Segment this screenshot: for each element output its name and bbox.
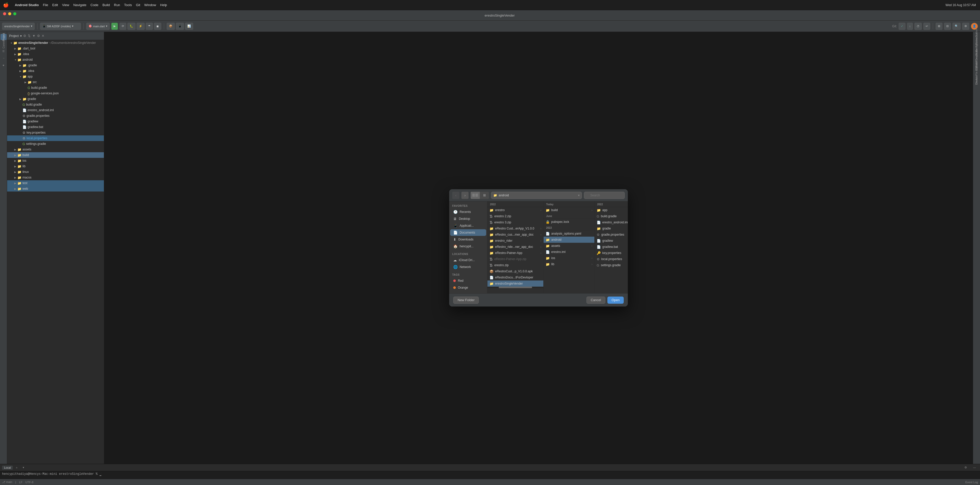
tree-src[interactable]: ▶ 📁 src xyxy=(7,79,104,85)
browser-erestro-docu[interactable]: 📄 eRestroDocu...tForDevloper xyxy=(487,274,543,281)
tree-key-props[interactable]: ▶ ⚙ key.properties xyxy=(7,130,104,135)
browser-settings-gradle-col3[interactable]: G settings.gradle xyxy=(595,262,628,268)
tree-gradle-folder[interactable]: ▶ 📁 gradle xyxy=(7,96,104,102)
commit-icon[interactable]: Commit xyxy=(0,41,6,47)
tree-root[interactable]: ▾ 📁 erestroSingleVender ~/Documents/eres… xyxy=(7,40,104,46)
project-dropdown-icon[interactable]: ▾ xyxy=(20,34,22,38)
browser-pubspec[interactable]: 🔒 pubspec.lock xyxy=(544,219,594,225)
tree-local-props[interactable]: ▶ ⚙ local.properties xyxy=(7,135,104,141)
close-button[interactable] xyxy=(3,12,6,15)
forward-button[interactable]: › xyxy=(461,192,469,199)
pull-requests-icon[interactable]: ↑ xyxy=(0,55,6,62)
resource-manager-icon[interactable]: ☰ xyxy=(0,48,6,54)
close-icon[interactable]: ✕ xyxy=(41,34,45,38)
tree-android-iml[interactable]: ▶ 📄 erestro_android.iml xyxy=(7,107,104,113)
cancel-button[interactable]: Cancel xyxy=(587,296,605,304)
terminal-dropdown[interactable]: ▾ xyxy=(21,465,26,470)
statusbar-utf8[interactable]: UTF-8 xyxy=(25,481,33,484)
browser-erestro-apk[interactable]: 📦 eRestroCust...p_V1.0.0.apk xyxy=(487,268,543,274)
maximize-button[interactable] xyxy=(13,12,16,15)
profiler-button[interactable]: 📊 xyxy=(185,23,193,30)
tree-build[interactable]: ▶ 📁 build xyxy=(7,152,104,158)
sort-icon[interactable]: ⇅ xyxy=(28,34,30,38)
open-button[interactable]: Open xyxy=(608,296,624,304)
browser-android-col2[interactable]: 📁 android › xyxy=(544,237,594,243)
search-everywhere-button[interactable]: 🔍 xyxy=(953,23,961,30)
run-button[interactable]: ▶ xyxy=(111,23,118,30)
sidebar-tag-orange[interactable]: Orange xyxy=(450,284,486,291)
col1-scrollbar[interactable] xyxy=(487,287,543,288)
tree-settings-gradle[interactable]: ▶ G settings.gradle xyxy=(7,141,104,147)
menu-git[interactable]: Git xyxy=(136,3,140,7)
statusbar-lf[interactable]: LF xyxy=(19,481,22,484)
tree-gradlew[interactable]: ▶ 📄 gradlew xyxy=(7,119,104,124)
menu-build[interactable]: Build xyxy=(103,3,110,7)
menu-navigate[interactable]: Navigate xyxy=(73,3,86,7)
tree-idea[interactable]: ▶ 📁 .idea xyxy=(7,51,104,57)
browser-lib-col2[interactable]: 📁 lib › xyxy=(544,261,594,267)
tree-test[interactable]: ▶ 📁 test xyxy=(7,180,104,186)
browser-key-props-col3[interactable]: 🔑 key.properties xyxy=(595,250,628,256)
tree-app[interactable]: ▾ 📁 app xyxy=(7,74,104,79)
browser-ios-col2[interactable]: 📁 ios › xyxy=(544,255,594,261)
browser-erestro-cust[interactable]: 📁 eRestro Cust...erApp_V1.0.0 › xyxy=(487,225,543,231)
menu-android-studio[interactable]: Android Studio xyxy=(15,3,39,7)
menu-tools[interactable]: Tools xyxy=(124,3,132,7)
favorites-left-icon[interactable]: ★ xyxy=(0,62,6,68)
tree-build-gradle-app[interactable]: ▶ G build.gradle xyxy=(7,85,104,90)
run-config-selector[interactable]: 🎯 main.dart ▾ xyxy=(86,23,110,30)
browser-build[interactable]: 📁 build › xyxy=(544,207,594,213)
settings-icon[interactable]: ⚙ xyxy=(37,34,40,38)
browser-local-props-col3[interactable]: ⚙ local.properties xyxy=(595,256,628,262)
browser-app-col3[interactable]: 📁 app xyxy=(595,207,628,213)
sidebar-network[interactable]: 🌐 Network xyxy=(450,264,486,270)
terminal-add-tab[interactable]: + xyxy=(14,466,19,470)
terminal-settings[interactable]: ⚙ xyxy=(963,465,969,470)
menu-view[interactable]: View xyxy=(62,3,69,7)
sdk-manager-button[interactable]: 📦 xyxy=(167,23,175,30)
tree-gradlew-bat[interactable]: ▶ 📄 gradlew.bat xyxy=(7,124,104,130)
filter-icon[interactable]: ▼ xyxy=(32,34,35,38)
sync-button[interactable]: ⟳ xyxy=(119,23,126,30)
emulator-icon[interactable]: Emulator xyxy=(974,77,980,83)
browser-gradlew-col3[interactable]: 📄 gradlew xyxy=(595,238,628,244)
tree-google-services[interactable]: ▶ {} google-services.json xyxy=(7,90,104,96)
sidebar-downloads[interactable]: ⬇ Downloads xyxy=(450,236,486,243)
device-selector[interactable]: 📱 SM A205F (mobile) ▾ xyxy=(40,23,81,30)
stop-button[interactable]: ⏹ xyxy=(154,23,161,30)
browser-erestro-patner[interactable]: 📁 eRestro-Patner-App › xyxy=(487,250,543,256)
browser-erestro-single[interactable]: 📁 erestroSingleVender › xyxy=(487,281,543,287)
device-mirror-button[interactable]: ⊞ xyxy=(935,23,942,30)
tree-dart-tool[interactable]: ▶ 📁 .dart_tool xyxy=(7,46,104,51)
terminal-minimize[interactable]: — xyxy=(971,465,978,470)
search-input[interactable] xyxy=(584,192,625,199)
tree-build-gradle-root[interactable]: ▶ G build.gradle xyxy=(7,102,104,107)
column-view-button[interactable]: ☰☰ xyxy=(471,192,480,199)
tree-gradle-hidden[interactable]: ▶ 📁 .gradle xyxy=(7,62,104,68)
project-icon[interactable]: Project xyxy=(0,34,6,40)
debug-button[interactable]: 🐛 xyxy=(127,23,135,30)
sidebar-documents[interactable]: 📄 Documents xyxy=(450,229,486,236)
apple-menu[interactable]: 🍎 xyxy=(3,2,9,8)
menu-help[interactable]: Help xyxy=(160,3,167,7)
avd-manager-button[interactable]: 📱 xyxy=(176,23,184,30)
layout-inspector-button[interactable]: ⊟ xyxy=(944,23,951,30)
sidebar-home[interactable]: 🏠 hencypit... xyxy=(450,243,486,250)
sidebar-tag-red[interactable]: Red xyxy=(450,277,486,284)
minimize-button[interactable] xyxy=(8,12,11,15)
browser-build-gradle-col3[interactable]: G build.gradle xyxy=(595,213,628,219)
profile-button[interactable]: ⚡ xyxy=(137,23,145,30)
browser-erestro-android-iml[interactable]: 📄 erestro_android.iml xyxy=(595,219,628,225)
browser-erestro[interactable]: 📁 erestro › xyxy=(487,207,543,213)
back-button[interactable]: ‹ xyxy=(452,192,460,199)
avatar-button[interactable]: 👤 xyxy=(971,23,978,30)
tree-gradle-props[interactable]: ▶ ⚙ gradle.properties xyxy=(7,113,104,119)
tree-linux[interactable]: ▶ 📁 linux xyxy=(7,169,104,175)
git-checkmark-button[interactable]: ✓ xyxy=(899,23,905,30)
menu-run[interactable]: Run xyxy=(114,3,120,7)
statusbar-git[interactable]: ⎇ main xyxy=(2,480,12,484)
tree-ios[interactable]: ▶ 📁 ios xyxy=(7,158,104,163)
browser-erestro-iml[interactable]: 📄 erestro.iml xyxy=(544,249,594,255)
tree-assets[interactable]: ▶ 📁 assets xyxy=(7,147,104,152)
browser-erestro-ride-doc[interactable]: 📁 eRestro_ride...ner_app_doc › xyxy=(487,244,543,250)
